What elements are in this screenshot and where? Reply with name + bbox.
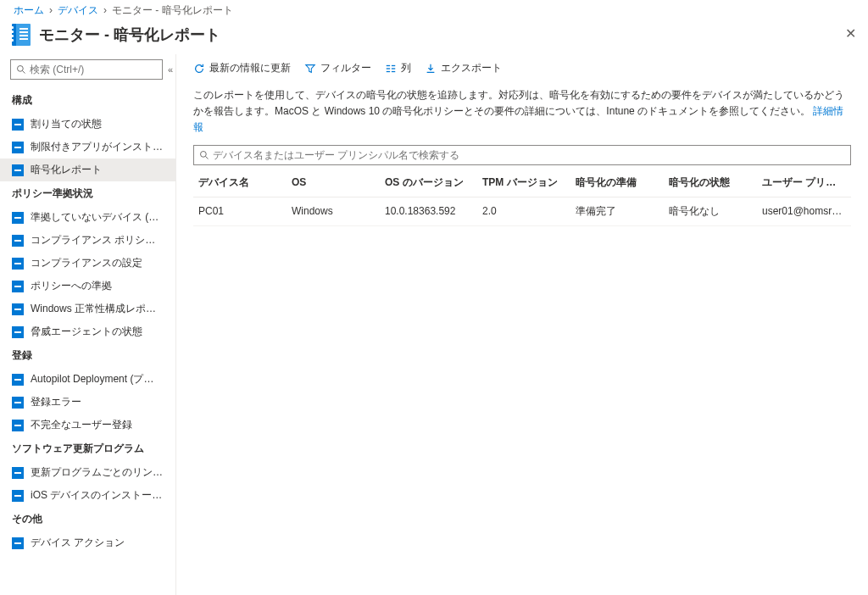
table-row[interactable]: PC01Windows10.0.18363.5922.0準備完了暗号化なしuse… — [193, 197, 851, 226]
columns-label: 列 — [401, 61, 411, 75]
col-tpm[interactable]: TPM バージョン — [482, 175, 576, 190]
monitor-item-icon — [12, 119, 24, 131]
col-upn[interactable]: ユーザー プリンシパル名 — [762, 175, 846, 190]
breadcrumb-current: モニター - 暗号化レポート — [112, 3, 233, 18]
page-title: モニター - 暗号化レポート — [39, 25, 220, 45]
sidebar-item[interactable]: 更新プログラムごとのリングの展開の... — [0, 461, 175, 484]
monitor-item-icon — [12, 537, 24, 549]
sidebar-item[interactable]: 暗号化レポート — [0, 158, 175, 181]
monitor-item-icon — [12, 235, 24, 247]
columns-button[interactable]: 列 — [385, 61, 411, 75]
sidebar-group-title: ポリシー準拠状況 — [0, 181, 175, 206]
cell-os: Windows — [292, 205, 385, 217]
search-icon — [16, 64, 26, 75]
sidebar-item[interactable]: Autopilot Deployment (プレビュー) — [0, 368, 175, 391]
description-text: このレポートを使用して、デバイスの暗号化の状態を追跡します。対応列は、暗号化を有… — [193, 89, 844, 117]
cell-tpm: 2.0 — [482, 205, 576, 217]
monitor-item-icon — [12, 142, 24, 153]
refresh-label: 最新の情報に更新 — [209, 61, 291, 75]
sidebar-item-label: 割り当ての状態 — [31, 117, 102, 131]
content-pane: 最新の情報に更新 フィルター 列 エクスポート このレポートを使用して、デバイス… — [176, 54, 868, 595]
export-icon — [425, 63, 437, 75]
sidebar-item[interactable]: コンプライアンス ポリシーのないデバイ... — [0, 229, 175, 252]
cell-device: PC01 — [198, 205, 292, 217]
refresh-button[interactable]: 最新の情報に更新 — [193, 61, 291, 75]
sidebar-item-label: 準拠していないデバイス (プレビュー) — [31, 210, 164, 225]
export-button[interactable]: エクスポート — [425, 61, 502, 75]
col-state[interactable]: 暗号化の状態 — [669, 175, 762, 190]
monitor-item-icon — [12, 164, 24, 176]
sidebar-item-label: デバイス アクション — [31, 536, 125, 550]
export-label: エクスポート — [441, 61, 502, 75]
monitor-report-icon — [12, 24, 31, 46]
breadcrumb-devices[interactable]: デバイス — [58, 3, 98, 18]
monitor-item-icon — [12, 397, 24, 409]
svg-line-1 — [23, 71, 25, 74]
monitor-item-icon — [12, 303, 24, 315]
sidebar-item-label: Windows 正常性構成レポート — [31, 302, 164, 316]
sidebar-search-box[interactable] — [10, 59, 163, 80]
filter-icon — [304, 63, 316, 75]
sidebar-item-label: 制限付きアプリがインストールされた... — [31, 140, 164, 154]
sidebar-item[interactable]: デバイス アクション — [0, 531, 175, 554]
search-icon — [199, 150, 209, 160]
sidebar-item[interactable]: 制限付きアプリがインストールされた... — [0, 136, 175, 158]
monitor-item-icon — [12, 258, 24, 270]
filter-label: フィルター — [320, 61, 371, 75]
sidebar-group-title: 登録 — [0, 343, 175, 368]
sidebar-item-label: iOS デバイスのインストール エラー — [31, 488, 164, 503]
blade-header: モニター - 暗号化レポート ✕ — [0, 20, 868, 54]
sidebar-item[interactable]: 割り当ての状態 — [0, 113, 175, 136]
close-icon[interactable]: ✕ — [845, 25, 856, 42]
sidebar-item-label: 脅威エージェントの状態 — [31, 325, 142, 339]
monitor-item-icon — [12, 281, 24, 292]
encryption-table: デバイス名 OS OS のバージョン TPM バージョン 暗号化の準備 暗号化の… — [193, 169, 851, 226]
sidebar-item-label: 不完全なユーザー登録 — [31, 418, 132, 432]
sidebar-item[interactable]: ポリシーへの準拠 — [0, 275, 175, 298]
monitor-item-icon — [12, 490, 24, 502]
sidebar-item-label: コンプライアンスの設定 — [31, 256, 142, 270]
sidebar-item[interactable]: Windows 正常性構成レポート — [0, 298, 175, 320]
sidebar-item[interactable]: コンプライアンスの設定 — [0, 252, 175, 275]
sidebar-item-label: 更新プログラムごとのリングの展開の... — [31, 465, 164, 480]
svg-point-8 — [201, 151, 207, 157]
col-ready[interactable]: 暗号化の準備 — [576, 175, 669, 190]
sidebar-item-label: Autopilot Deployment (プレビュー) — [31, 372, 164, 386]
description: このレポートを使用して、デバイスの暗号化の状態を追跡します。対応列は、暗号化を有… — [176, 82, 868, 145]
svg-point-0 — [18, 66, 24, 72]
table-filter-box[interactable] — [193, 145, 851, 165]
cell-ready: 準備完了 — [576, 204, 669, 219]
svg-line-9 — [206, 156, 209, 158]
columns-icon — [385, 63, 397, 75]
monitor-item-icon — [12, 467, 24, 479]
breadcrumb: ホーム › デバイス › モニター - 暗号化レポート — [0, 0, 868, 20]
sidebar-item-label: コンプライアンス ポリシーのないデバイ... — [31, 233, 164, 247]
chevron-right-icon: › — [49, 4, 53, 16]
chevron-right-icon: › — [103, 4, 107, 16]
breadcrumb-home[interactable]: ホーム — [14, 3, 44, 18]
monitor-item-icon — [12, 374, 24, 386]
cell-upn: user01@homsre.on... — [762, 205, 846, 217]
filter-button[interactable]: フィルター — [304, 61, 371, 75]
sidebar: « 構成割り当ての状態制限付きアプリがインストールされた...暗号化レポートポリ… — [0, 54, 176, 595]
table-header: デバイス名 OS OS のバージョン TPM バージョン 暗号化の準備 暗号化の… — [193, 169, 851, 197]
cell-osversion: 10.0.18363.592 — [385, 205, 482, 217]
sidebar-item[interactable]: iOS デバイスのインストール エラー — [0, 484, 175, 507]
sidebar-item-label: ポリシーへの準拠 — [31, 279, 112, 293]
table-filter-input[interactable] — [213, 149, 845, 161]
refresh-icon — [193, 63, 205, 75]
monitor-item-icon — [12, 420, 24, 431]
sidebar-item[interactable]: 準拠していないデバイス (プレビュー) — [0, 206, 175, 229]
col-os[interactable]: OS — [292, 176, 385, 188]
monitor-item-icon — [12, 326, 24, 338]
sidebar-group-title: その他 — [0, 507, 175, 531]
sidebar-item[interactable]: 不完全なユーザー登録 — [0, 414, 175, 437]
sidebar-item[interactable]: 脅威エージェントの状態 — [0, 320, 175, 343]
sidebar-group-title: 構成 — [0, 88, 175, 113]
sidebar-item[interactable]: 登録エラー — [0, 391, 175, 414]
toolbar: 最新の情報に更新 フィルター 列 エクスポート — [176, 54, 868, 82]
collapse-sidebar-icon[interactable]: « — [168, 64, 173, 75]
sidebar-search-input[interactable] — [30, 64, 157, 75]
col-osversion[interactable]: OS のバージョン — [385, 175, 482, 190]
col-device[interactable]: デバイス名 — [198, 175, 292, 190]
